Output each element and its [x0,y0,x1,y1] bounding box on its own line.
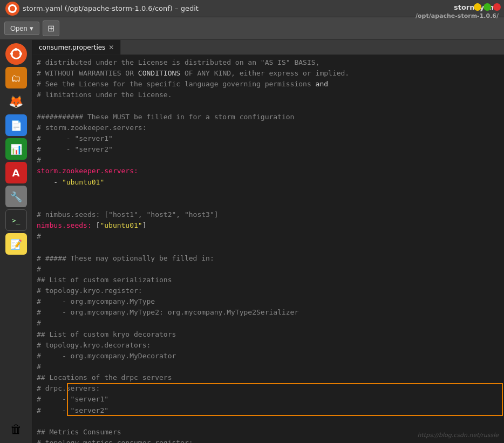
code-line: # storm.zookeeper.servers: [32,122,504,133]
code-line: # - "server1" [32,394,504,405]
code-line: # - org.mycompany.MyType [32,296,504,307]
code-line: ########### These MUST be filled in for … [32,112,504,122]
code-line: # See the License for the specific langu… [32,79,504,90]
sidebar: 🗂 🦊 📄 📊 A 🔧 >_ 📝 🗑 [0,40,32,443]
sidebar-icon-draw[interactable]: A [5,162,27,183]
code-line [32,416,504,427]
sidebar-icon-trash[interactable]: 🗑 [5,418,27,440]
tab-close-consumer[interactable]: ✕ [108,44,114,51]
ubuntu-logo [5,2,19,16]
main-layout: 🗂 🦊 📄 📊 A 🔧 >_ 📝 🗑 [0,40,504,443]
code-line: # nimbus.seeds: ["host1", "host2", "host… [32,209,504,220]
code-line: # - org.mycompany.MyDecorator [32,351,504,362]
editor-container: consumer.properties ✕ # distributed unde… [32,40,504,443]
code-line: # limitations under the License. [32,90,504,100]
code-line: # topology.kryo.decorators: [32,340,504,351]
code-line: # - "server2" [32,144,504,155]
code-line: # [32,155,504,166]
code-line [32,199,504,209]
code-line [32,242,504,253]
toolbar: Open ▾ ⊞ [0,17,504,40]
close-button[interactable] [493,3,501,11]
sidebar-icon-document[interactable]: 📄 [5,114,27,136]
sidebar-icon-firefox[interactable]: 🦊 [5,91,27,112]
titlebar: storm.yaml (/opt/apache-storm-1.0.6/conf… [0,0,504,17]
code-line: # ##### These may optionally be filled i… [32,253,504,264]
code-line: nimbus.seeds: ["ubuntu01"] [32,220,504,231]
sidebar-icon-terminal[interactable]: >_ [5,209,27,231]
code-line: # - "server2" [32,405,504,416]
window-title: storm.yaml (/opt/apache-storm-1.0.6/conf… [23,4,199,12]
code-line: # [32,362,504,372]
save-button[interactable]: ⊞ [43,21,59,36]
sidebar-icon-files[interactable]: 🗂 [5,67,27,88]
code-line: - "ubuntu01" [32,177,504,188]
open-button[interactable]: Open ▾ [4,22,39,35]
code-line: ## List of custom serializations [32,275,504,285]
titlebar-left: storm.yaml (/opt/apache-storm-1.0.6/conf… [5,2,199,16]
sidebar-icon-settings[interactable]: 🔧 [5,186,27,207]
code-line: # topology.kryo.register: [32,285,504,296]
sidebar-icon-notes[interactable]: 📝 [5,233,27,255]
code-line: # [32,264,504,275]
code-line: # drpc.servers: [32,383,504,394]
code-line: # - org.mycompany.MyType2: org.mycompany… [32,307,504,318]
code-line: # [32,318,504,329]
code-line: ## List of custom kryo decorators [32,329,504,340]
maximize-button[interactable] [483,3,491,11]
code-editor[interactable]: # distributed under the License is distr… [32,55,504,443]
sidebar-icon-spreadsheet[interactable]: 📊 [5,138,27,160]
watermark: https://blog.csdn.net/russle [418,432,499,439]
code-line: # distributed under the License is distr… [32,57,504,68]
code-line: # WITHOUT WARRANTIES OR CONDITIONS OF AN… [32,68,504,79]
code-line: storm.zookeeper.servers: [32,166,504,176]
tab-consumer-properties[interactable]: consumer.properties ✕ [32,40,121,54]
code-line: # [32,231,504,242]
tab-bar: consumer.properties ✕ [32,40,504,55]
sidebar-icon-ubuntu[interactable] [5,43,27,65]
code-line: # - "server1" [32,133,504,144]
save-icon: ⊞ [47,24,55,33]
code-line: ## Locations of the drpc servers [32,372,504,383]
code-line [32,188,504,199]
highlight-region: # drpc.servers: # - "server1" # - "serve… [32,383,504,415]
window-controls[interactable] [471,0,504,14]
code-line [32,101,504,112]
minimize-button[interactable] [474,3,481,11]
